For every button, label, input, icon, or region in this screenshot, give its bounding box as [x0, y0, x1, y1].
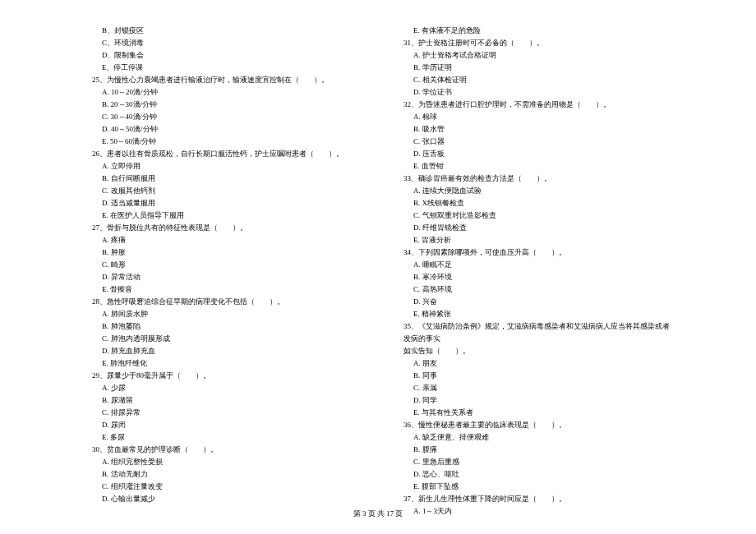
question-33: 33、确诊胃癌最有效的检查方法是（ ）。 [403, 173, 674, 185]
option: B. 肺泡萎陷 [92, 320, 362, 333]
option: E. 血管钳 [403, 160, 674, 173]
option: D. 异常活动 [92, 271, 362, 283]
option: B. 20～30滴/分钟 [92, 99, 362, 111]
option: E. 有体液不足的危险 [403, 25, 674, 37]
option: D、限制集会 [92, 49, 362, 62]
option: E. 多尿 [92, 431, 362, 444]
option: E. 骨擦音 [92, 283, 362, 296]
option: E. 在医护人员指导下服用 [92, 209, 362, 222]
option: A. 10～20滴/分钟 [92, 86, 362, 99]
option: E、停工停课 [92, 62, 362, 74]
option: C. 组织灌注量改变 [92, 481, 362, 493]
option: C. 气钡双重对比造影检查 [403, 209, 674, 222]
question-31: 31、护士资格注册时可不必备的（ ）。 [403, 37, 674, 49]
option: D. 适当减量服用 [92, 197, 362, 209]
option: B. 腹痛 [403, 444, 674, 456]
option: B. 学历证明 [403, 62, 674, 74]
question-32: 32、为昏迷患者进行口腔护理时，不需准备的用物是（ ）。 [403, 99, 674, 111]
option: B. 尿潴留 [92, 394, 362, 407]
left-column: B、封锁疫区 C、环境消毒 D、限制集会 E、停工停课 25、为慢性心力衰竭患者… [92, 25, 362, 518]
page-footer: 第 3 页 共 17 页 [0, 509, 756, 519]
option: D. 肺充血肺充血 [92, 345, 362, 357]
option: D. 恶心、呕吐 [403, 468, 674, 481]
option: A. 组织完整性受损 [92, 456, 362, 468]
question-36: 36、慢性便秘患者最主要的临床表现是（ ）。 [403, 419, 674, 431]
option: C. 相关体检证明 [403, 74, 674, 86]
option: A. 护士资格考试合格证明 [403, 49, 674, 62]
option: B. 活动无耐力 [92, 468, 362, 481]
question-29: 29、尿量少于80毫升属于（ ）。 [92, 370, 362, 382]
question-37: 37、新生儿生理性体重下降的时间应是（ ）。 [403, 493, 674, 505]
option: C、环境消毒 [92, 37, 362, 49]
option: E. 50～60滴/分钟 [92, 136, 362, 148]
option: A. 连续大便隐血试验 [403, 185, 674, 197]
option: C. 肺泡内透明膜形成 [92, 333, 362, 345]
option: C. 30～40滴/分钟 [92, 111, 362, 123]
option: E. 精神紧张 [403, 308, 674, 320]
option: B. X线钡餐检查 [403, 197, 674, 209]
question-35-cont: 如实告知（ ）。 [403, 345, 674, 357]
page-content: B、封锁疫区 C、环境消毒 D、限制集会 E、停工停课 25、为慢性心力衰竭患者… [0, 25, 756, 518]
option: A. 立即停用 [92, 160, 362, 173]
option: C. 张口器 [403, 136, 674, 148]
option: D. 学位证书 [403, 86, 674, 99]
option: E. 与其有性关系者 [403, 407, 674, 419]
option: C. 改服其他钙剂 [92, 185, 362, 197]
option: C. 高热环境 [403, 283, 674, 296]
option: D. 纤维胃镜检查 [403, 222, 674, 234]
option: A. 朋友 [403, 357, 674, 370]
question-34: 34、下列因素除哪项外，可使血压升高（ ）。 [403, 246, 674, 259]
option: A. 棉球 [403, 111, 674, 123]
question-27: 27、骨折与脱位共有的特征性表现是（ ）。 [92, 222, 362, 234]
option: D. 心输出量减少 [92, 493, 362, 505]
option: B. 自行间断服用 [92, 173, 362, 185]
option: D. 40～50滴/分钟 [92, 123, 362, 136]
option: A. 疼痛 [92, 234, 362, 246]
question-35: 35、《艾滋病防治条例》规定，艾滋病病毒感染者和艾滋病病人应当将其感染或者发病的… [403, 320, 674, 345]
right-column: E. 有体液不足的危险 31、护士资格注册时可不必备的（ ）。 A. 护士资格考… [403, 25, 674, 518]
option: B. 吸水管 [403, 123, 674, 136]
option: B. 寒冷环境 [403, 271, 674, 283]
option: C. 畸形 [92, 259, 362, 271]
option: E. 胃液分析 [403, 234, 674, 246]
option: D. 兴奋 [403, 296, 674, 308]
option: B. 同事 [403, 370, 674, 382]
option: A. 睡眠不足 [403, 259, 674, 271]
option: A. 少尿 [92, 382, 362, 394]
option: D. 同学 [403, 394, 674, 407]
question-28: 28、急性呼吸窘迫综合征早期的病理变化不包括（ ）。 [92, 296, 362, 308]
option: D. 压舌板 [403, 148, 674, 160]
option: C. 亲属 [403, 382, 674, 394]
question-26: 26、患者以往有骨质疏松，自行长期口服活性钙，护士应嘱咐患者（ ）。 [92, 148, 362, 160]
option: C. 排尿异常 [92, 407, 362, 419]
question-30: 30、贫血最常见的护理诊断（ ）。 [92, 444, 362, 456]
option: D. 尿闭 [92, 419, 362, 431]
option: A. 缺乏便意、排便艰难 [403, 431, 674, 444]
option: B、封锁疫区 [92, 25, 362, 37]
option: B. 肿胀 [92, 246, 362, 259]
option: C. 里急后重感 [403, 456, 674, 468]
option: A. 肺间质水肿 [92, 308, 362, 320]
option: E. 肺泡纤维化 [92, 357, 362, 370]
option: E. 腹部下坠感 [403, 481, 674, 493]
question-25: 25、为慢性心力衰竭患者进行输液治疗时，输液速度宜控制在（ ）。 [92, 74, 362, 86]
